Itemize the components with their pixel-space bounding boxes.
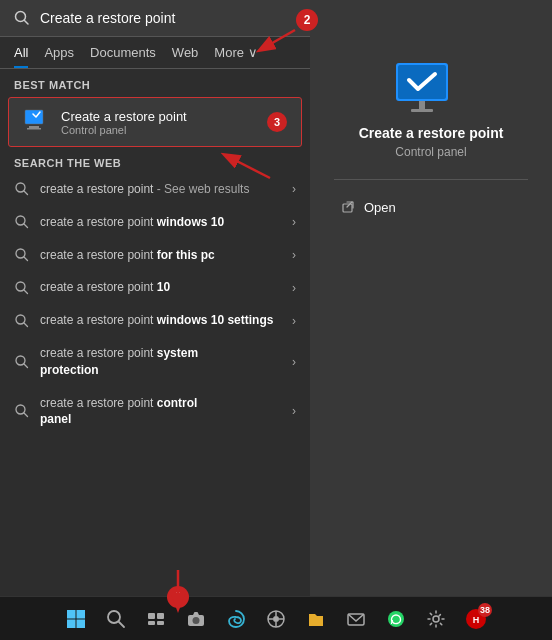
edge-taskbar-button[interactable]	[218, 601, 254, 637]
svg-line-1	[25, 21, 29, 25]
search-result-icon	[14, 247, 30, 263]
svg-line-6	[24, 191, 28, 195]
result-arrow: ›	[292, 182, 296, 196]
svg-line-12	[24, 290, 28, 294]
svg-point-45	[388, 611, 404, 627]
tab-all[interactable]: All	[14, 45, 28, 68]
search-input[interactable]	[40, 10, 296, 26]
web-search-label: Search the web	[0, 147, 310, 173]
search-result-icon	[14, 313, 30, 329]
detail-monitor-icon	[391, 60, 471, 125]
gear-taskbar-icon	[426, 609, 446, 629]
svg-line-18	[24, 413, 28, 417]
search-window: All Apps Documents Web More ∨ Best match…	[0, 0, 310, 610]
svg-point-36	[193, 617, 200, 624]
control-panel-icon	[23, 108, 51, 136]
detail-subtitle: Control panel	[395, 145, 466, 159]
windows-start-button[interactable]	[58, 601, 94, 637]
search-icon	[14, 10, 30, 26]
svg-rect-21	[419, 101, 425, 109]
best-match-label: Best match	[0, 69, 310, 97]
svg-line-8	[24, 224, 28, 228]
result-arrow: ›	[292, 248, 296, 262]
search-taskbar-icon	[106, 609, 126, 629]
huawei-taskbar-button[interactable]: H 38	[458, 601, 494, 637]
result-arrow: ›	[292, 281, 296, 295]
files-icon	[306, 609, 326, 629]
svg-point-39	[273, 616, 279, 622]
best-match-title: Create a restore point	[61, 109, 187, 124]
chrome-taskbar-button[interactable]	[258, 601, 294, 637]
search-result-icon	[14, 354, 30, 370]
tab-more[interactable]: More ∨	[214, 45, 257, 68]
svg-rect-26	[77, 610, 86, 619]
whatsapp-icon	[386, 609, 406, 629]
result-text: create a restore point for this pc	[40, 247, 282, 264]
list-item[interactable]: create a restore point windows 10 ›	[0, 206, 310, 239]
chrome-icon	[266, 609, 286, 629]
svg-rect-23	[343, 204, 352, 212]
svg-rect-20	[398, 65, 446, 99]
search-result-icon	[14, 403, 30, 419]
result-text: create a restore point systemprotection	[40, 345, 282, 379]
svg-line-10	[24, 257, 28, 261]
taskbar: H 38	[0, 596, 552, 640]
open-label: Open	[364, 200, 396, 215]
svg-rect-27	[67, 619, 76, 628]
svg-line-30	[119, 622, 124, 627]
whatsapp-taskbar-button[interactable]	[378, 601, 414, 637]
annotation-badge-3: 3	[267, 112, 287, 132]
best-match-text: Create a restore point Control panel	[61, 109, 187, 136]
result-text: create a restore point 10	[40, 279, 282, 296]
svg-rect-28	[77, 619, 86, 628]
list-item[interactable]: create a restore point for this pc ›	[0, 239, 310, 272]
list-item[interactable]: create a restore point controlpanel ›	[0, 387, 310, 437]
svg-rect-34	[157, 621, 164, 625]
best-match-subtitle: Control panel	[61, 124, 187, 136]
svg-rect-33	[148, 621, 155, 625]
edge-icon	[226, 609, 246, 629]
result-text: create a restore point controlpanel	[40, 395, 282, 429]
detail-title: Create a restore point	[359, 125, 504, 141]
camera-icon	[186, 609, 206, 629]
svg-rect-25	[67, 610, 76, 619]
list-item[interactable]: create a restore point - See web results…	[0, 173, 310, 206]
notification-badge: 38	[478, 603, 492, 617]
task-view-button[interactable]	[138, 601, 174, 637]
search-result-icon	[14, 181, 30, 197]
nav-tabs: All Apps Documents Web More ∨	[0, 37, 310, 69]
result-text: create a restore point - See web results	[40, 181, 282, 198]
result-text: create a restore point windows 10	[40, 214, 282, 231]
files-taskbar-button[interactable]	[298, 601, 334, 637]
tab-web[interactable]: Web	[172, 45, 199, 68]
result-text: create a restore point windows 10 settin…	[40, 312, 282, 329]
svg-rect-22	[411, 109, 433, 112]
svg-marker-37	[193, 612, 199, 615]
mail-taskbar-button[interactable]	[338, 601, 374, 637]
svg-rect-3	[29, 126, 39, 128]
camera-taskbar-button[interactable]	[178, 601, 214, 637]
search-bar	[0, 0, 310, 37]
tab-apps[interactable]: Apps	[44, 45, 74, 68]
detail-divider	[334, 179, 528, 180]
list-item[interactable]: create a restore point windows 10 settin…	[0, 304, 310, 337]
open-button[interactable]: Open	[334, 196, 404, 219]
list-item[interactable]: create a restore point systemprotection …	[0, 337, 310, 387]
search-taskbar-button[interactable]	[98, 601, 134, 637]
search-result-icon	[14, 280, 30, 296]
tab-documents[interactable]: Documents	[90, 45, 156, 68]
svg-text:H: H	[473, 615, 480, 625]
result-arrow: ›	[292, 404, 296, 418]
svg-rect-32	[157, 613, 164, 619]
windows-icon	[66, 609, 86, 629]
list-item[interactable]: create a restore point 10 ›	[0, 271, 310, 304]
mail-icon	[346, 609, 366, 629]
svg-line-16	[24, 364, 28, 368]
open-icon	[342, 201, 356, 215]
result-arrow: ›	[292, 355, 296, 369]
best-match-item[interactable]: Create a restore point Control panel 3	[8, 97, 302, 147]
svg-point-46	[433, 616, 439, 622]
svg-rect-31	[148, 613, 155, 619]
settings-taskbar-button[interactable]	[418, 601, 454, 637]
result-arrow: ›	[292, 314, 296, 328]
